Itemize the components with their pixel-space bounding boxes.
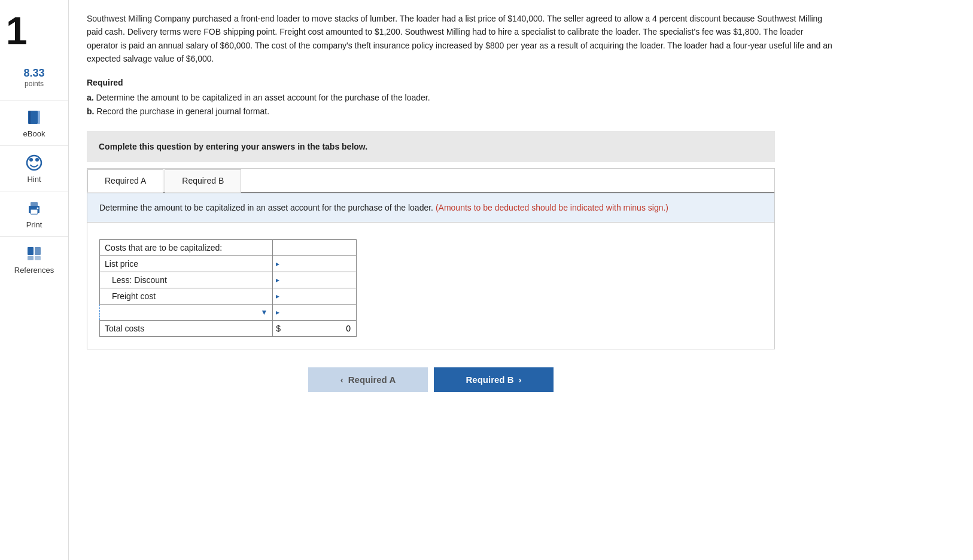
- list-price-arrow: ▸: [276, 260, 279, 268]
- required-letter-b: b.: [87, 106, 94, 116]
- tab-required-b-label: Required B: [182, 176, 224, 185]
- svg-rect-7: [31, 202, 38, 207]
- sidebar-item-references[interactable]: References: [0, 236, 68, 282]
- freight-cost-input[interactable]: [281, 290, 353, 302]
- points-value: 8.33: [23, 67, 44, 80]
- less-discount-input[interactable]: [281, 274, 353, 286]
- problem-text: Southwest Milling Company purchased a fr…: [87, 12, 835, 66]
- tab-required-a-label: Required A: [105, 176, 146, 185]
- tabs-header: Required A Required B: [87, 169, 774, 193]
- required-header: Required: [87, 78, 955, 87]
- less-discount-input-wrapper: ▸: [276, 274, 353, 286]
- sidebar-item-hint[interactable]: Hint: [0, 145, 68, 191]
- freight-cost-value-cell: ▸: [273, 288, 357, 305]
- table-row: ▼ ▸: [100, 305, 357, 321]
- table-row: Freight cost ▸: [100, 288, 357, 305]
- svg-point-5: [35, 158, 39, 162]
- dropdown-chevron-icon[interactable]: ▼: [260, 308, 267, 316]
- freight-cost-arrow: ▸: [276, 292, 279, 300]
- required-text-b: Record the purchase in general journal f…: [96, 106, 269, 116]
- table-row: Less: Discount ▸: [100, 272, 357, 288]
- points-label: points: [23, 80, 44, 88]
- header-value-cell: [273, 240, 357, 256]
- svg-rect-8: [31, 209, 38, 214]
- next-button-label: Required B: [466, 375, 513, 385]
- complete-banner: Complete this question by entering your …: [87, 131, 775, 162]
- list-price-text: List price: [105, 259, 138, 269]
- required-item-a: a. Determine the amount to be capitalize…: [87, 91, 955, 105]
- dropdown-input-wrapper: ▸: [276, 306, 353, 318]
- sidebar-item-ebook[interactable]: eBook: [0, 100, 68, 145]
- list-price-label: List price: [100, 256, 273, 272]
- total-row: Total costs $: [100, 321, 357, 337]
- book-icon: [25, 108, 44, 127]
- complete-banner-text: Complete this question by entering your …: [99, 142, 367, 151]
- required-letter-a: a.: [87, 93, 94, 102]
- tab-required-b[interactable]: Required B: [165, 169, 241, 193]
- table-header-row: Costs that are to be capitalized:: [100, 240, 357, 256]
- svg-rect-10: [28, 247, 34, 255]
- svg-rect-2: [38, 111, 40, 124]
- tab-instruction: Determine the amount to be capitalized i…: [99, 203, 762, 212]
- list-price-input-wrapper: ▸: [276, 258, 353, 270]
- sidebar-item-print[interactable]: Print: [0, 191, 68, 236]
- print-label: Print: [26, 220, 42, 229]
- freight-cost-text: Freight cost: [112, 291, 156, 301]
- dropdown-row-arrow: ▸: [276, 308, 279, 316]
- list-price-value-cell: ▸: [273, 256, 357, 272]
- print-icon: [25, 199, 44, 218]
- tab-required-a[interactable]: Required A: [87, 169, 163, 193]
- total-label: Total costs: [100, 321, 273, 337]
- tab-content-required-a: Determine the amount to be capitalized i…: [87, 193, 774, 223]
- nav-buttons: ‹ Required A Required B ›: [87, 367, 775, 392]
- required-list: a. Determine the amount to be capitalize…: [87, 91, 955, 120]
- costs-table-wrapper: Costs that are to be capitalized: List p…: [87, 223, 774, 349]
- less-discount-arrow: ▸: [276, 276, 279, 284]
- instruction-main: Determine the amount to be capitalized i…: [99, 203, 433, 212]
- references-label: References: [14, 266, 54, 275]
- next-button[interactable]: Required B ›: [434, 367, 554, 392]
- points-block: 8.33 points: [23, 67, 44, 88]
- svg-point-3: [27, 156, 41, 170]
- total-value-input[interactable]: [283, 322, 353, 334]
- list-price-input[interactable]: [281, 258, 353, 270]
- svg-point-4: [29, 158, 33, 162]
- dropdown-label-cell: ▼: [100, 305, 273, 321]
- dropdown-value-cell: ▸: [273, 305, 357, 321]
- svg-rect-11: [35, 247, 41, 255]
- total-value-wrapper: $: [276, 322, 353, 334]
- instruction-note: (Amounts to be deducted should be indica…: [436, 203, 668, 212]
- svg-rect-13: [35, 256, 41, 260]
- next-chevron-icon: ›: [519, 375, 522, 385]
- svg-rect-12: [28, 256, 34, 260]
- main-content: Southwest Milling Company purchased a fr…: [69, 0, 973, 560]
- tabs-container: Required A Required B Determine the amou…: [87, 168, 775, 349]
- required-text-a: Determine the amount to be capitalized i…: [96, 93, 430, 102]
- required-item-b: b. Record the purchase in general journa…: [87, 105, 955, 119]
- total-currency: $: [276, 324, 281, 333]
- less-discount-text: Less: Discount: [112, 275, 167, 285]
- hint-label: Hint: [27, 175, 41, 184]
- references-icon: [25, 244, 44, 263]
- required-section: Required a. Determine the amount to be c…: [87, 78, 955, 120]
- svg-point-9: [37, 208, 39, 209]
- header-label: Costs that are to be capitalized:: [100, 240, 273, 256]
- table-row: List price ▸: [100, 256, 357, 272]
- sidebar: 1 8.33 points eBook Hint: [0, 0, 69, 560]
- svg-rect-1: [29, 111, 31, 124]
- prev-chevron-icon: ‹: [340, 375, 343, 385]
- prev-button[interactable]: ‹ Required A: [308, 367, 428, 392]
- costs-table: Costs that are to be capitalized: List p…: [99, 239, 357, 337]
- total-value-cell: $: [273, 321, 357, 337]
- freight-cost-input-wrapper: ▸: [276, 290, 353, 302]
- less-discount-label: Less: Discount: [100, 272, 273, 288]
- ebook-label: eBook: [23, 129, 45, 138]
- question-number: 1: [0, 6, 28, 56]
- hint-icon: [25, 153, 44, 172]
- less-discount-value-cell: ▸: [273, 272, 357, 288]
- prev-button-label: Required A: [348, 375, 396, 385]
- freight-cost-label: Freight cost: [100, 288, 273, 305]
- dropdown-row-input[interactable]: [281, 306, 353, 318]
- dropdown-cell: ▼: [112, 308, 267, 316]
